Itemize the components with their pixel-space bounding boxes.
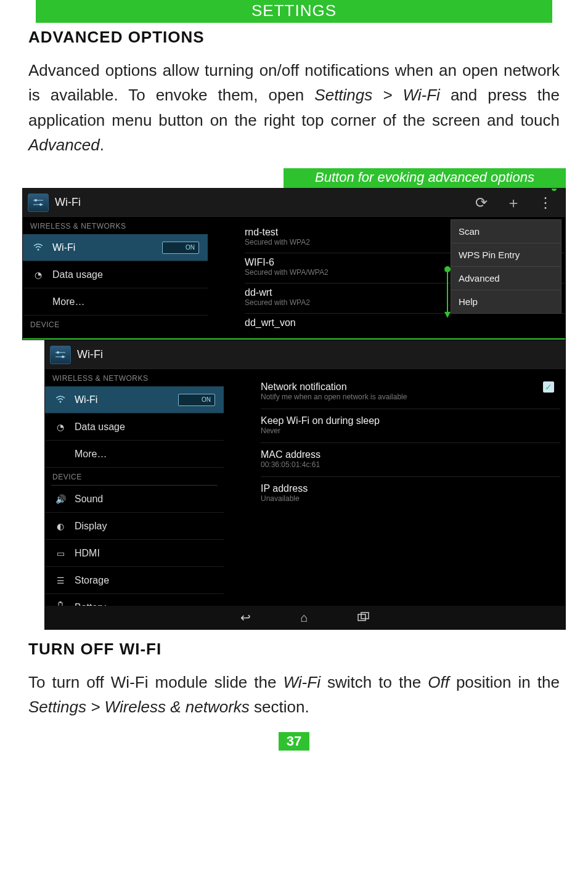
text: To turn off Wi-Fi module slide the	[28, 673, 284, 691]
advanced-word: Advanced	[28, 136, 100, 154]
green-divider	[23, 338, 565, 340]
row-keep-wifi-on[interactable]: Keep Wi-Fi on during sleep Never	[261, 409, 560, 443]
wifi-icon	[31, 243, 45, 253]
section-label-device: DEVICE	[23, 316, 208, 333]
overflow-menu-icon[interactable]: ⋮	[529, 194, 561, 211]
hdmi-icon: ▭	[54, 548, 67, 558]
sound-icon: 🔊	[54, 494, 67, 504]
back-icon[interactable]: ↩	[240, 610, 251, 625]
text: switch to the	[321, 673, 428, 691]
sidebar-item-sound[interactable]: 🔊 Sound	[45, 486, 224, 513]
sidebar-item-storage[interactable]: ☰ Storage	[45, 567, 224, 594]
sidebar-item-data-usage[interactable]: ◔ Data usage	[45, 413, 224, 441]
page-header: SETTINGS	[36, 0, 552, 23]
data-usage-icon: ◔	[54, 422, 67, 432]
overflow-menu: Scan WPS Pin Entry Advanced Help	[451, 219, 561, 314]
callout-arrow	[447, 269, 448, 317]
menu-item-help[interactable]: Help	[451, 290, 561, 313]
row-subtitle: Unavailable	[261, 494, 560, 503]
screen-title: Wi-Fi	[77, 348, 103, 361]
label: Data usage	[52, 269, 199, 280]
label: More…	[75, 449, 215, 460]
sidebar-item-display[interactable]: ◐ Display	[45, 513, 224, 540]
row-mac-address: MAC address 00:36:05:01:4c:61	[261, 443, 560, 477]
add-icon[interactable]: ＋	[497, 193, 529, 213]
svg-rect-12	[358, 614, 365, 621]
section-advanced-options-title: ADVANCED OPTIONS	[28, 28, 560, 47]
section-turn-off-wifi-title: TURN OFF WI-FI	[28, 640, 560, 659]
section-label-device: DEVICE	[45, 468, 224, 485]
turn-off-wifi-description: To turn off Wi-Fi module slide the Wi-Fi…	[28, 670, 560, 720]
android-navbar: ↩ ⌂	[45, 606, 565, 629]
svg-point-9	[60, 401, 62, 402]
settings-path: Settings > Wireless & networks	[28, 698, 250, 716]
text: position in the	[449, 673, 560, 691]
row-subtitle: 00:36:05:01:4c:61	[261, 460, 560, 469]
home-icon[interactable]: ⌂	[300, 611, 308, 625]
screenshots-container: Wi-Fi ⟳ ＋ ⋮ WIRELESS & NETWORKS Wi-Fi ON…	[22, 188, 566, 630]
wifi-toggle[interactable]: ON	[178, 394, 215, 406]
sidebar: WIRELESS & NETWORKS Wi-Fi ON ◔ Data usag…	[45, 369, 224, 621]
page-number: 37	[279, 732, 309, 751]
label: More…	[52, 296, 199, 307]
sidebar-item-wifi[interactable]: Wi-Fi ON	[45, 386, 224, 413]
svg-point-1	[35, 199, 37, 202]
label: Wi-Fi	[75, 394, 178, 405]
svg-point-6	[57, 351, 59, 354]
svg-rect-11	[60, 601, 62, 603]
sidebar-item-wifi[interactable]: Wi-Fi ON	[23, 234, 208, 261]
wifi-toggle[interactable]: ON	[162, 242, 199, 254]
sidebar-item-hdmi[interactable]: ▭ HDMI	[45, 540, 224, 567]
row-network-notification[interactable]: Network notification Notify me when an o…	[261, 375, 560, 409]
menu-item-advanced[interactable]: Advanced	[451, 267, 561, 290]
network-row[interactable]: dd_wrt_von	[245, 314, 565, 335]
row-subtitle: Never	[261, 426, 560, 435]
sidebar-item-data-usage[interactable]: ◔ Data usage	[23, 261, 208, 288]
storage-icon: ☰	[54, 576, 67, 585]
wifi-icon	[54, 395, 67, 405]
screenshot-wifi-advanced: Wi-Fi WIRELESS & NETWORKS Wi-Fi ON ◔ Dat…	[44, 340, 566, 630]
titlebar: Wi-Fi	[45, 341, 565, 369]
wifi-word: Wi-Fi	[284, 673, 321, 691]
sidebar: WIRELESS & NETWORKS Wi-Fi ON ◔ Data usag…	[23, 217, 208, 333]
data-usage-icon: ◔	[31, 270, 45, 280]
callout-advanced-button: Button for evoking advanced options	[284, 168, 566, 188]
screen-title: Wi-Fi	[55, 196, 81, 209]
row-title: IP address	[261, 483, 560, 494]
svg-point-4	[38, 248, 39, 250]
label: Display	[75, 521, 215, 532]
section-label-wireless: WIRELESS & NETWORKS	[23, 217, 208, 234]
advanced-panel: Network notification Notify me when an o…	[261, 375, 560, 510]
row-title: Keep Wi-Fi on during sleep	[261, 415, 560, 426]
screenshot-wifi-menu: Wi-Fi ⟳ ＋ ⋮ WIRELESS & NETWORKS Wi-Fi ON…	[22, 188, 566, 340]
label: Storage	[75, 575, 215, 586]
row-title: MAC address	[261, 449, 560, 460]
section-label-wireless: WIRELESS & NETWORKS	[45, 369, 224, 386]
row-ip-address: IP address Unavailable	[261, 477, 560, 510]
off-word: Off	[428, 673, 449, 691]
svg-rect-13	[361, 613, 369, 619]
checkbox-checked-icon[interactable]: ✓	[543, 381, 554, 393]
titlebar: Wi-Fi ⟳ ＋ ⋮	[23, 189, 565, 217]
label: HDMI	[75, 548, 215, 559]
label: Data usage	[75, 422, 215, 433]
advanced-options-description: Advanced options allow turning on/off no…	[28, 58, 560, 157]
menu-item-scan[interactable]: Scan	[451, 220, 561, 243]
svg-point-8	[62, 356, 64, 358]
row-title: Network notification	[261, 381, 560, 393]
refresh-icon[interactable]: ⟳	[465, 194, 497, 211]
svg-point-3	[39, 203, 42, 206]
text: .	[100, 136, 104, 154]
settings-icon	[50, 346, 71, 364]
recents-icon[interactable]	[357, 611, 370, 625]
text: section.	[250, 698, 309, 716]
label: Sound	[75, 494, 215, 505]
display-icon: ◐	[54, 521, 67, 531]
row-subtitle: Notify me when an open network is availa…	[261, 393, 560, 401]
settings-path: Settings > Wi-Fi	[314, 86, 440, 104]
sidebar-item-more[interactable]: More…	[23, 288, 208, 316]
menu-item-wps[interactable]: WPS Pin Entry	[451, 243, 561, 267]
network-name: dd_wrt_von	[245, 317, 565, 328]
sidebar-item-more[interactable]: More…	[45, 441, 224, 468]
settings-icon	[28, 193, 49, 212]
